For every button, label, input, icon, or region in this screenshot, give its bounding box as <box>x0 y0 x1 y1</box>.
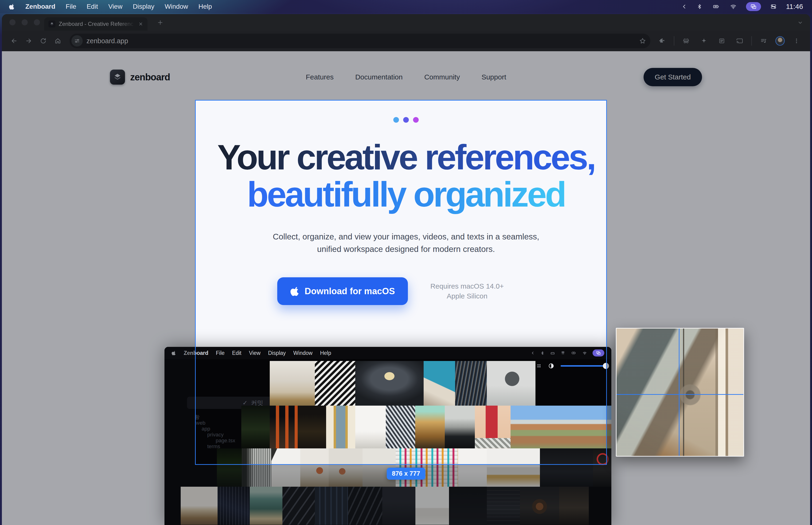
apple-menu-icon <box>171 351 176 355</box>
new-tab-button[interactable] <box>157 19 164 26</box>
cast-icon[interactable] <box>734 35 746 47</box>
thumb-warm-dark-interior[interactable] <box>559 487 589 525</box>
thumb-glass-towers[interactable] <box>315 487 348 525</box>
url-bar[interactable]: zenboard.app <box>70 34 650 48</box>
thumb-white-kitchen[interactable] <box>415 487 449 525</box>
menubar-app-name[interactable]: Zenboard <box>25 3 56 10</box>
site-header: zenboard FeaturesDocumentationCommunityS… <box>110 68 702 87</box>
minimize-window-button[interactable] <box>21 19 28 25</box>
macos-menubar: Zenboard FileEditViewDisplayWindowHelp 1… <box>0 0 812 13</box>
control-center-icon[interactable] <box>770 3 777 10</box>
site-brand[interactable]: zenboard <box>110 70 170 85</box>
url-text[interactable]: zenboard.app <box>87 37 635 45</box>
tab-search-chevron-icon[interactable] <box>797 20 803 25</box>
site-nav: FeaturesDocumentationCommunitySupport <box>306 73 506 81</box>
browser-window: Zenboard - Creative Referenc zenboard.ap… <box>2 14 810 525</box>
menubar-menu[interactable]: View <box>108 3 122 10</box>
thumb-dark-room[interactable] <box>449 487 487 525</box>
nav-link[interactable]: Documentation <box>355 73 403 81</box>
home-button[interactable] <box>52 35 64 47</box>
browser-tab[interactable]: Zenboard - Creative Referenc <box>44 17 148 31</box>
gallery-row-4 <box>181 487 589 525</box>
selection-size-label: 876 x 777 <box>387 468 425 480</box>
thumb-warm-kitchen[interactable] <box>181 487 218 525</box>
nav-link[interactable]: Support <box>481 73 506 81</box>
toolbar-divider <box>751 36 752 46</box>
reload-button[interactable] <box>37 35 49 47</box>
screen-mirroring-active-icon[interactable] <box>746 2 761 11</box>
incognito-icon[interactable] <box>680 35 692 47</box>
browser-menu-kebab-icon[interactable] <box>791 35 802 47</box>
menubar-status-area: 11:46 <box>681 2 803 11</box>
close-window-button[interactable] <box>10 19 16 25</box>
thumb-dim-interior[interactable] <box>382 487 415 525</box>
tab-favicon-icon <box>48 20 56 28</box>
reading-list-icon[interactable] <box>716 35 728 47</box>
sparkle-star-icon[interactable] <box>698 35 710 47</box>
menubar-menu[interactable]: Display <box>133 3 154 10</box>
wifi-icon[interactable] <box>730 3 737 10</box>
extensions-icon[interactable] <box>656 35 668 47</box>
thumb-dark-structure[interactable] <box>282 487 315 525</box>
thumb-diagonal-lines[interactable] <box>348 487 382 525</box>
tab-strip: Zenboard - Creative Referenc <box>2 14 810 31</box>
zenboard-logo-icon <box>110 70 125 85</box>
profile-avatar[interactable] <box>775 36 785 46</box>
apple-menu-icon[interactable] <box>9 3 15 10</box>
forward-button[interactable] <box>22 35 35 47</box>
thumb-coffee-closeup[interactable] <box>520 487 559 525</box>
bluetooth-icon[interactable] <box>696 4 702 10</box>
nav-link[interactable]: Community <box>424 73 460 81</box>
menubar-clock[interactable]: 11:46 <box>786 3 803 11</box>
thumb-dark-wardrobe[interactable] <box>487 487 520 525</box>
get-started-button[interactable]: Get Started <box>644 68 702 86</box>
tab-close-icon[interactable] <box>138 21 143 27</box>
desktop: Zenboard FileEditViewDisplayWindowHelp 1… <box>0 0 812 525</box>
window-controls <box>10 19 40 25</box>
menubar-menu[interactable]: Help <box>199 3 212 10</box>
menubar-menu[interactable]: Edit <box>87 3 98 10</box>
crosshair-horizontal <box>616 394 744 395</box>
capture-magnifier-loupe <box>616 328 744 456</box>
menubar-menus: FileEditViewDisplayWindowHelp <box>66 3 212 10</box>
toolbar-actions <box>656 35 804 47</box>
crosshair-vertical <box>679 329 679 456</box>
site-settings-icon[interactable] <box>72 35 83 46</box>
nav-link[interactable]: Features <box>306 73 334 81</box>
battery-charging-icon[interactable] <box>712 3 721 10</box>
toolbar-divider <box>674 36 674 46</box>
thumb-city-night[interactable] <box>218 487 250 525</box>
zoom-window-button[interactable] <box>34 19 40 25</box>
back-button[interactable] <box>8 35 20 47</box>
menubar-menu[interactable]: Window <box>165 3 188 10</box>
menubar-menu[interactable]: File <box>66 3 76 10</box>
thumb-teal-towers[interactable] <box>250 487 282 525</box>
brand-name: zenboard <box>130 72 170 82</box>
chevron-left-icon[interactable] <box>681 4 687 10</box>
media-playlist-icon[interactable] <box>757 35 770 47</box>
tab-title: Zenboard - Creative Referenc <box>59 21 135 27</box>
bookmark-star-icon[interactable] <box>639 38 646 44</box>
capture-selection-rectangle[interactable] <box>195 100 607 465</box>
browser-toolbar: zenboard.app <box>2 31 810 51</box>
